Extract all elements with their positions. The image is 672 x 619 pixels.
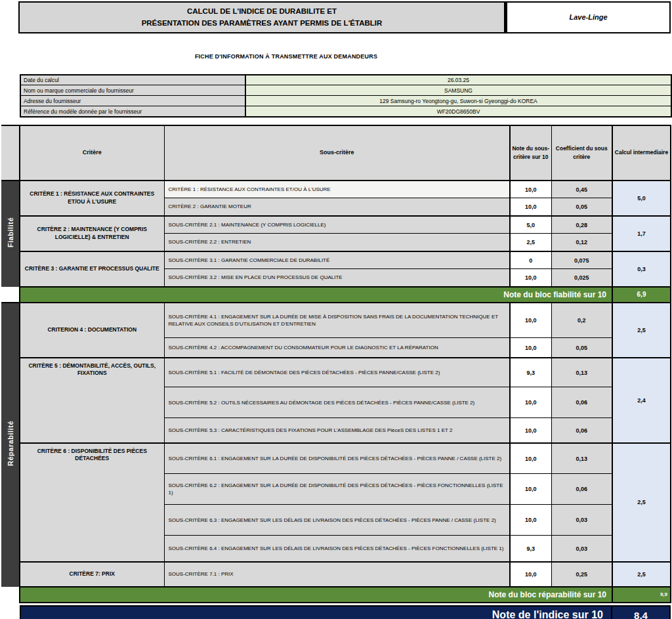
coefficient-cell: 0,05 — [551, 198, 612, 216]
final-index-row: Note de l'indice sur 10 8,4 — [20, 605, 671, 619]
table-row: Fiabilité CRITÈRE 1 : RÉSISTANCE AUX CON… — [1, 181, 671, 198]
note-cell: 10,0 — [510, 338, 551, 358]
coefficient-cell: 0,13 — [551, 443, 612, 474]
coefficient-cell: 0,05 — [551, 338, 612, 358]
coefficient-cell: 0,025 — [551, 269, 612, 287]
subcriterion-cell: CRITÈRE 2 : GARANTIE MOTEUR — [164, 198, 510, 216]
fiabilite-total-label: Note du bloc fiabilité sur 10 — [20, 287, 612, 303]
coefficient-cell: 0,03 — [551, 505, 612, 536]
document-title-line1: CALCUL DE L'INDICE DE DURABILITE ET — [24, 5, 500, 17]
criterion-cell: CRITÈRE 6 : DISPONIBILITÉ DES PIÈCES DÉT… — [20, 443, 164, 562]
note-cell: 10,0 — [510, 562, 551, 587]
note-cell: 10,0 — [510, 303, 551, 338]
fiabilite-total-value: 6,9 — [612, 287, 671, 303]
intermediate-calc-cell: 2,4 — [612, 358, 671, 443]
supplier-info-table: Date du calcul 26.03.25 Nom ou marque co… — [20, 74, 672, 117]
fiabilite-total-row: Note du bloc fiabilité sur 10 6,9 — [1, 287, 671, 303]
note-cell: 5,0 — [510, 216, 551, 234]
coefficient-cell: 0,06 — [551, 474, 612, 505]
table-row: CRITÈRE 3 : GARANTIE ET PROCESSUS QUALIT… — [1, 251, 671, 269]
coefficient-cell: 0,06 — [551, 387, 612, 418]
table-row: CRITÈRE 2 : MAINTENANCE (Y COMPRIS LOGIC… — [1, 216, 671, 234]
criterion-cell: CRITÈRE 3 : GARANTIE ET PROCESSUS QUALIT… — [20, 251, 164, 287]
note-cell: 10,0 — [510, 418, 551, 443]
coefficient-cell: 0,13 — [551, 358, 612, 387]
table-row: CRITÈRE 6 : DISPONIBILITÉ DES PIÈCES DÉT… — [1, 443, 671, 474]
col-header-calcul: Calcul intermediaire — [612, 125, 671, 181]
info-value-supplier-address: 129 Samsung-ro Yeongtong-gu, Suwon-si Gy… — [245, 96, 671, 106]
table-row: Réparabilité CRITERION 4 : DOCUMENTATION… — [1, 303, 671, 338]
criteria-table-header: Critère Sous-critère Note du sous-critèr… — [1, 125, 671, 181]
intermediate-calc-cell: 2,5 — [612, 303, 671, 358]
sheet-subtitle: FICHE D'INFORMATION À TRANSMETTRE AUX DE… — [1, 53, 571, 60]
info-row-supplier-name: Nom ou marque commerciale du fournisseur… — [20, 85, 671, 96]
col-header-note: Note du sous-critère sur 10 — [510, 125, 551, 181]
subcriterion-cell: SOUS-CRITÈRE 5.2 : OUTILS NÉCESSAIRES AU… — [164, 387, 510, 418]
subcriterion-cell: SOUS-CRITÈRE 6.1 : ENGAGEMENT SUR LA DUR… — [164, 443, 510, 474]
note-cell: 10,0 — [510, 181, 551, 198]
criterion-cell: CRITÈRE 5 : DÉMONTABILITÉ, ACCÈS, OUTILS… — [20, 358, 164, 443]
intermediate-calc-cell: 2,5 — [612, 562, 671, 587]
info-value-model-reference: WF20DG8650BV — [245, 106, 671, 117]
note-cell: 10,0 — [510, 269, 551, 287]
intermediate-calc-cell: 1,7 — [612, 216, 671, 251]
table-row: CRITÈRE 5 : DÉMONTABILITÉ, ACCÈS, OUTILS… — [1, 358, 671, 387]
gutter-spacer — [1, 587, 20, 603]
product-type-label: Lave-Linge — [569, 13, 607, 21]
subcriterion-cell: SOUS-CRITÈRE 4.1 : ENGAGEMENT SUR LA DUR… — [164, 303, 510, 338]
info-label-date: Date du calcul — [20, 75, 245, 85]
block-label-fiabilite: Fiabilité — [1, 181, 20, 287]
gutter-spacer — [1, 287, 20, 303]
subcriterion-cell: SOUS-CRITÈRE 5.3 : CARACTÉRISTIQUES DES … — [164, 418, 510, 443]
subcriterion-cell: CRITÈRE 1 : RÉSISTANCE AUX CONTRAINTES E… — [164, 181, 510, 198]
gutter-spacer — [1, 125, 20, 181]
final-index-value: 8,4 — [611, 607, 669, 619]
subcriterion-cell: SOUS-CRITÈRE 5.1 : FACILITÉ DE DÉMONTAGE… — [164, 358, 510, 387]
intermediate-calc-cell: 0,3 — [612, 251, 671, 287]
criterion-cell: CRITERION 4 : DOCUMENTATION — [20, 303, 164, 358]
durability-index-sheet: CALCUL DE L'INDICE DE DURABILITE ET PRÉS… — [0, 0, 672, 619]
col-header-critere: Critère — [20, 125, 164, 181]
table-row: CRITÈRE 7: PRIX SOUS-CRITÈRE 7.1 : PRIX … — [1, 562, 671, 587]
note-cell: 2,5 — [510, 234, 551, 251]
note-cell: 10,0 — [510, 443, 551, 474]
document-title: CALCUL DE L'INDICE DE DURABILITE ET PRÉS… — [18, 1, 505, 33]
coefficient-cell: 0,075 — [551, 251, 612, 269]
info-label-supplier-address: Adresse du fournisseur — [20, 96, 245, 106]
coefficient-cell: 0,03 — [551, 536, 612, 562]
final-index-label: Note de l'indice sur 10 — [21, 607, 611, 619]
col-header-sous-critere: Sous-critère — [164, 125, 510, 181]
coefficient-cell: 0,06 — [551, 418, 612, 443]
info-row-model-reference: Référence du modèle donnée par le fourni… — [20, 106, 671, 117]
intermediate-calc-cell: 5,0 — [612, 181, 671, 216]
block-label-reparabilite: Réparabilité — [1, 303, 20, 587]
note-cell: 10,0 — [510, 474, 551, 505]
note-cell: 10,0 — [510, 505, 551, 536]
info-value-date: 26.03.25 — [245, 75, 671, 85]
subcriterion-cell: SOUS-CRITÈRE 3.1 : GARANTIE COMMERCIALE … — [164, 251, 510, 269]
subcriterion-cell: SOUS-CRITÈRE 7.1 : PRIX — [164, 562, 510, 587]
product-type-box: Lave-Linge — [505, 1, 671, 33]
criterion-cell: CRITÈRE 7: PRIX — [20, 562, 164, 587]
reparabilite-total-row: Note du bloc réparabilité sur 10 9,9 — [1, 587, 671, 603]
criteria-table: Critère Sous-critère Note du sous-critèr… — [1, 125, 671, 603]
coefficient-cell: 0,28 — [551, 216, 612, 234]
info-row-supplier-address: Adresse du fournisseur 129 Samsung-ro Ye… — [20, 96, 671, 106]
subcriterion-cell: SOUS-CRITÈRE 6.2 : ENGAGEMENT SUR LA DUR… — [164, 474, 510, 505]
subcriterion-cell: SOUS-CRITÈRE 2.2 : ENTRETIEN — [164, 234, 510, 251]
coefficient-cell: 0,12 — [551, 234, 612, 251]
info-label-model-reference: Référence du modèle donnée par le fourni… — [20, 106, 245, 117]
reparabilite-total-label: Note du bloc réparabilité sur 10 — [20, 587, 612, 603]
reparabilite-total-value: 9,9 — [612, 587, 671, 603]
col-header-coefficient: Coefficient du sous critère — [551, 125, 612, 181]
info-value-supplier-name: SAMSUNG — [245, 85, 671, 96]
note-cell: 10,0 — [510, 387, 551, 418]
criterion-cell: CRITÈRE 2 : MAINTENANCE (Y COMPRIS LOGIC… — [20, 216, 164, 251]
intermediate-calc-cell: 2,5 — [612, 443, 671, 562]
subcriterion-cell: SOUS-CRITÈRE 6.4 : ENGAGEMENT SUR LES DÉ… — [164, 536, 510, 562]
note-cell: 9,3 — [510, 536, 551, 562]
note-cell: 0 — [510, 251, 551, 269]
info-label-supplier-name: Nom ou marque commerciale du fournisseur — [20, 85, 245, 96]
coefficient-cell: 0,45 — [551, 181, 612, 198]
note-cell: 10,0 — [510, 198, 551, 216]
